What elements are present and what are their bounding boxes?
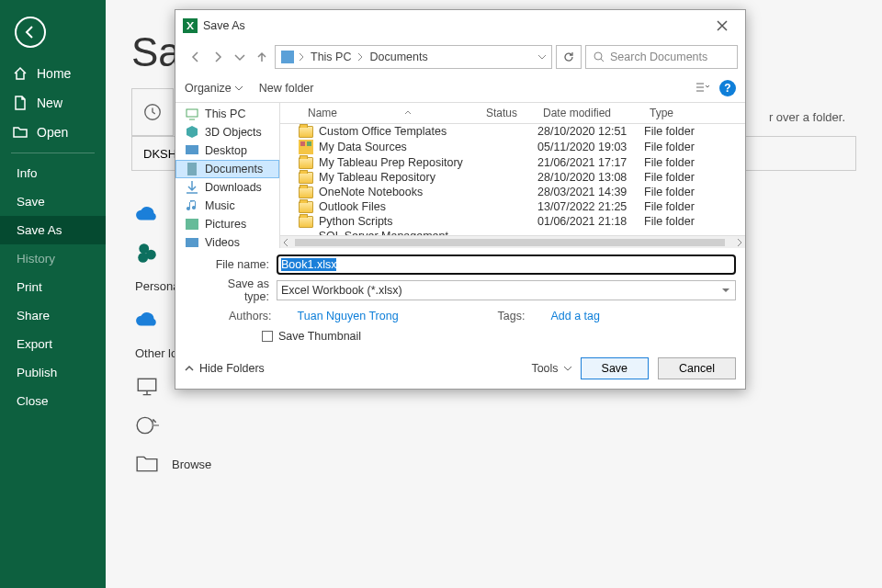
backstage-publish[interactable]: Publish [0,358,106,387]
file-row[interactable]: Outlook Files13/07/2022 21:25File folder [280,199,745,214]
file-date: 05/11/2020 19:03 [537,141,644,153]
col-status[interactable]: Status [481,103,537,123]
help-button[interactable]: ? [719,80,736,96]
scroll-right-icon[interactable] [736,239,743,246]
file-name-input[interactable] [277,254,736,275]
file-row[interactable]: My Tableau Prep Repository21/06/2021 17:… [280,155,745,170]
place-browse[interactable]: Browse [131,445,856,483]
tree-3d[interactable]: 3D Objects [175,123,279,141]
file-type: File folder [644,125,745,138]
search-input[interactable]: Search Documents [585,45,738,69]
file-row[interactable]: My Tableau Repository28/10/2020 13:08Fil… [280,170,745,185]
nav-forward[interactable] [209,48,227,66]
authors-value[interactable]: Tuan Nguyen Trong [298,310,399,322]
cancel-button[interactable]: Cancel [658,357,736,379]
tree-desktop[interactable]: Desktop [175,141,279,160]
nav-bar: This PC Documents Search Documents [175,41,745,74]
file-row[interactable]: OneNote Notebooks28/03/2021 14:39File fo… [280,185,745,199]
recent-icon[interactable] [131,88,174,136]
open-icon [13,125,28,140]
nav-back[interactable] [187,48,205,66]
file-name-row: File name: [209,254,736,275]
save-thumbnail-checkbox[interactable] [262,331,273,342]
folder-icon [299,157,313,169]
save-button[interactable]: Save [581,357,650,379]
column-headers: Name Status Date modified Type [280,103,745,124]
backstage-info[interactable]: Info [0,159,106,187]
col-date[interactable]: Date modified [537,103,644,123]
backstage-save[interactable]: Save [0,187,106,216]
col-name[interactable]: Name [280,103,481,123]
tree-documents[interactable]: Documents [175,160,279,178]
file-row[interactable]: Custom Office Templates28/10/2020 12:51F… [280,124,745,139]
backstage-close[interactable]: Close [0,387,106,415]
breadcrumb-seg[interactable]: This PC [309,51,353,63]
new-folder-button[interactable]: New folder [259,82,314,95]
backstage-print[interactable]: Print [0,273,106,301]
close-button[interactable] [707,15,738,37]
file-type: File folder [644,171,745,184]
file-list: Name Status Date modified Type Custom Of… [280,103,745,248]
tree-pictures[interactable]: Pictures [175,215,279,233]
meta-row: Authors: Tuan Nguyen Trong Tags: Add a t… [209,306,736,324]
home-icon [13,66,28,81]
hide-folders-toggle[interactable]: Hide Folders [185,362,265,375]
organize-menu[interactable]: Organize [185,82,243,95]
scrollbar-thumb[interactable] [295,239,725,246]
file-type: File folder [644,141,745,153]
svg-rect-7 [281,51,294,63]
chevron-right-icon [356,53,364,61]
col-type[interactable]: Type [644,103,745,123]
place-add[interactable] [131,406,856,445]
tags-label: Tags: [498,310,526,322]
folder-tree[interactable]: This PC 3D Objects Desktop Documents Dow… [175,103,280,248]
tree-downloads[interactable]: Downloads [175,178,279,197]
tree-this-pc[interactable]: This PC [175,105,279,123]
dialog-titlebar: Save As [175,10,745,41]
hint-text: r over a folder. [769,110,845,124]
refresh-button[interactable] [556,45,582,69]
nav-recent[interactable] [231,48,249,66]
tags-value[interactable]: Add a tag [550,310,600,322]
search-icon [594,51,605,62]
sort-indicator-icon [404,109,412,117]
tools-menu[interactable]: Tools [531,362,571,375]
tree-videos[interactable]: Videos [175,233,279,248]
dialog-footer: Hide Folders Tools Save Cancel [175,350,745,389]
folder-icon [299,172,313,184]
file-name: Custom Office Templates [319,125,447,138]
tree-music[interactable]: Music [175,197,279,215]
chevron-down-icon[interactable] [538,53,546,61]
backstage-open[interactable]: Open [0,118,106,147]
save-type-select[interactable]: Excel Workbook (*.xlsx) [277,280,736,300]
breadcrumb-seg[interactable]: Documents [368,51,429,63]
file-name: SQL Server Management Studio [319,230,481,235]
file-date: 28/03/2021 14:39 [537,186,644,198]
file-name: My Data Sources [319,141,407,153]
backstage-save-as[interactable]: Save As [0,216,106,244]
address-bar[interactable]: This PC Documents [275,45,552,69]
file-row[interactable]: My Data Sources05/11/2020 19:03File fold… [280,139,745,155]
backstage-share[interactable]: Share [0,301,106,330]
backstage-history[interactable]: History [0,244,106,273]
file-type: File folder [644,215,745,228]
nav-up[interactable] [253,48,271,66]
horizontal-scrollbar[interactable] [280,235,745,248]
file-type: File folder [644,186,745,198]
scroll-left-icon[interactable] [282,239,289,246]
svg-rect-16 [300,141,305,146]
backstage-sidebar: Home New Open Info Save Save As History … [0,0,106,588]
backstage-export[interactable]: Export [0,330,106,358]
svg-rect-13 [186,238,198,247]
chevron-up-icon [185,364,194,373]
file-date: 28/10/2020 12:51 [537,125,644,138]
back-button[interactable] [15,17,46,48]
file-row[interactable]: Python Scripts01/06/2021 21:18File folde… [280,214,745,229]
file-name: My Tableau Repository [319,171,435,184]
svg-point-3 [138,253,148,263]
file-row[interactable]: SQL Server Management Studio22/09/2021 1… [280,229,745,235]
view-options[interactable] [690,79,716,97]
backstage-home[interactable]: Home [0,59,106,88]
file-date: 13/07/2022 21:25 [537,200,644,213]
backstage-new[interactable]: New [0,88,106,118]
